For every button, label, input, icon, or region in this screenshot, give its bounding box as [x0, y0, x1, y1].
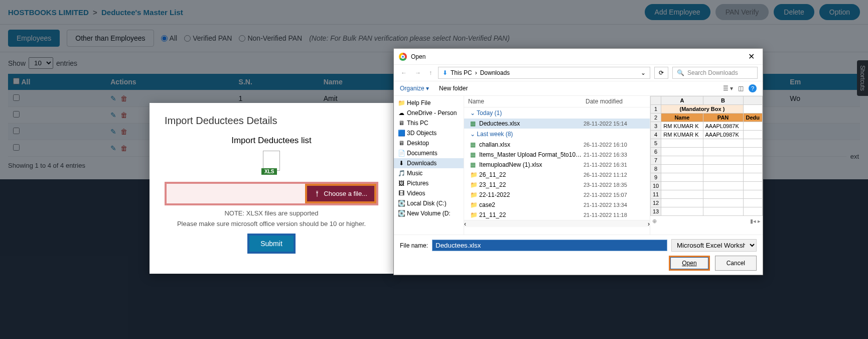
file-group-header[interactable]: ⌄ Last week (8) — [464, 129, 650, 140]
file-date: 26-11-2022 11:12 — [584, 172, 644, 178]
file-name: 21_11_22 — [479, 211, 584, 218]
file-name: Deductees.xlsx — [479, 120, 584, 127]
import-modal: Import Deductees Details Import Deductee… — [150, 103, 393, 274]
dialog-sidebar: 📁Help File☁OneDrive - Person🖥This PC🟦3D … — [394, 96, 464, 235]
file-row[interactable]: 📁 21_11_22 21-11-2022 11:18 — [464, 210, 650, 220]
file-list: Name Date modified ⌄ Today (1)▦ Deductee… — [464, 96, 650, 235]
sidebar-item[interactable]: 🖥Desktop — [394, 138, 464, 148]
preview-pane-icon[interactable]: ◫ — [738, 85, 744, 92]
path-folder[interactable]: Downloads — [480, 69, 510, 76]
sidebar-item-icon: ☁ — [398, 109, 405, 117]
file-row[interactable]: ▦ Deductees.xlsx 28-11-2022 15:14 — [464, 119, 650, 129]
file-row[interactable]: ▦ challan.xlsx 26-11-2022 16:10 — [464, 140, 650, 150]
choose-file-highlight: ⭱ Choose a file... — [305, 184, 376, 203]
xls-label: XLS — [261, 168, 277, 175]
sidebar-item[interactable]: 💽Local Disk (C:) — [394, 198, 464, 208]
path-dropdown-icon[interactable]: ⌄ — [641, 69, 646, 76]
dialog-buttons: Open Cancel — [400, 256, 757, 271]
submit-highlight: Submit — [247, 234, 296, 254]
help-icon[interactable]: ? — [749, 84, 757, 92]
download-path-icon: ⬇ — [443, 69, 448, 76]
sidebar-item-icon: 💽 — [398, 200, 405, 207]
path-bar[interactable]: ⬇ This PC › Downloads ⌄ — [438, 67, 650, 79]
preview-table: AB1(Mandatory Box )2NamePANDedu3RM KUMAR… — [650, 96, 763, 216]
organize-menu[interactable]: Organize ▾ — [400, 85, 429, 92]
up-icon[interactable]: ↑ — [427, 68, 434, 77]
file-input-row: ⭱ Choose a file... — [165, 182, 378, 205]
col-name-label[interactable]: Name — [468, 98, 586, 105]
chrome-icon — [399, 53, 407, 61]
file-date: 26-11-2022 16:10 — [584, 142, 644, 148]
close-icon[interactable]: ✕ — [745, 52, 758, 61]
file-date: 23-11-2022 18:35 — [584, 182, 644, 188]
import-note1: NOTE: XLSX files are supported — [165, 209, 378, 217]
import-subtitle: Import Deductees list — [165, 136, 378, 146]
file-row[interactable]: 📁 26_11_22 26-11-2022 11:12 — [464, 170, 650, 180]
sidebar-item-icon: 🖥 — [398, 140, 405, 147]
filename-row: File name: Microsoft Excel Worksheet (*.… — [400, 239, 757, 252]
file-icon: 📁 — [470, 201, 479, 208]
file-name: challan.xlsx — [479, 141, 584, 148]
sidebar-item[interactable]: 🎵Music — [394, 168, 464, 178]
submit-button[interactable]: Submit — [249, 236, 294, 252]
file-row[interactable]: 📁 23_11_22 23-11-2022 18:35 — [464, 180, 650, 190]
choose-file-button[interactable]: ⭱ Choose a file... — [307, 186, 374, 201]
file-row[interactable]: ▦ Items_Master Upload Format_5to101_Upl.… — [464, 150, 650, 160]
open-button[interactable]: Open — [670, 257, 708, 269]
dialog-files: Name Date modified ⌄ Today (1)▦ Deductee… — [464, 96, 763, 235]
dialog-body: 📁Help File☁OneDrive - Person🖥This PC🟦3D … — [394, 96, 763, 235]
choose-file-label: Choose a file... — [324, 190, 367, 197]
sidebar-item[interactable]: 📁Help File — [394, 98, 464, 108]
dialog-nav: ← → ↑ ⬇ This PC › Downloads ⌄ ⟳ 🔍 Search… — [394, 64, 763, 81]
dialog-titlebar: Open ✕ — [394, 49, 763, 64]
sidebar-item[interactable]: ⬇Downloads — [394, 158, 464, 168]
file-name: 22-11-2022 — [479, 191, 584, 198]
filename-input[interactable] — [432, 240, 667, 251]
open-highlight: Open — [669, 256, 709, 271]
sidebar-item-icon: 🖼 — [398, 180, 405, 187]
file-row[interactable]: ▦ ItemuploadNew (1).xlsx 21-11-2022 16:3… — [464, 160, 650, 170]
horizontal-scrollbar[interactable]: ‹› — [464, 220, 650, 227]
file-name: case2 — [479, 201, 584, 208]
search-input[interactable]: 🔍 Search Downloads — [672, 67, 758, 79]
new-folder-button[interactable]: New folder — [439, 85, 468, 92]
file-name: 26_11_22 — [479, 171, 584, 178]
view-icon[interactable]: ☰ ▾ — [723, 85, 733, 92]
sidebar-item[interactable]: ☁OneDrive - Person — [394, 108, 464, 118]
file-name: ItemuploadNew (1).xlsx — [479, 161, 584, 168]
import-title: Import Deductees Details — [165, 115, 378, 127]
file-icon: 📁 — [470, 181, 479, 188]
xls-icon: XLS — [261, 151, 281, 175]
file-open-dialog: Open ✕ ← → ↑ ⬇ This PC › Downloads ⌄ ⟳ 🔍… — [393, 48, 763, 275]
file-date: 22-11-2022 15:07 — [584, 192, 644, 198]
file-icon: ▦ — [470, 161, 479, 168]
import-note2: Please make sure microsoft office versio… — [165, 220, 378, 228]
cancel-button[interactable]: Cancel — [715, 256, 757, 271]
file-row[interactable]: 📁 case2 21-11-2022 13:34 — [464, 200, 650, 210]
search-icon: 🔍 — [677, 69, 684, 76]
file-name-display — [167, 184, 305, 203]
add-sheet-icon[interactable]: ⊕ — [652, 218, 657, 224]
refresh-icon[interactable]: ⟳ — [654, 67, 668, 79]
sidebar-item[interactable]: 🎞Videos — [394, 188, 464, 198]
path-pc[interactable]: This PC — [451, 69, 472, 76]
sidebar-item[interactable]: 💽New Volume (D: — [394, 208, 464, 218]
dialog-bottom: File name: Microsoft Excel Worksheet (*.… — [394, 235, 763, 275]
file-row[interactable]: 📁 22-11-2022 22-11-2022 15:07 — [464, 190, 650, 200]
sidebar-item[interactable]: 🟦3D Objects — [394, 128, 464, 138]
file-date: 21-11-2022 11:18 — [584, 212, 644, 218]
sidebar-item[interactable]: 📄Documents — [394, 148, 464, 158]
sidebar-item-icon: 🎵 — [398, 170, 405, 177]
file-group-header[interactable]: ⌄ Today (1) — [464, 107, 650, 119]
back-icon[interactable]: ← — [399, 68, 409, 77]
sidebar-item-icon: 🎞 — [398, 190, 405, 197]
path-sep: › — [475, 69, 477, 76]
sidebar-item[interactable]: 🖼Pictures — [394, 178, 464, 188]
sidebar-item[interactable]: 🖥This PC — [394, 118, 464, 128]
filetype-select[interactable]: Microsoft Excel Worksheet (*.xl — [671, 239, 757, 252]
forward-icon[interactable]: → — [413, 68, 423, 77]
col-date-label[interactable]: Date modified — [586, 98, 646, 105]
file-list-header: Name Date modified — [464, 96, 650, 107]
filename-label: File name: — [400, 242, 428, 249]
sheet-nav[interactable]: ▮◂ ▸ — [750, 218, 761, 224]
